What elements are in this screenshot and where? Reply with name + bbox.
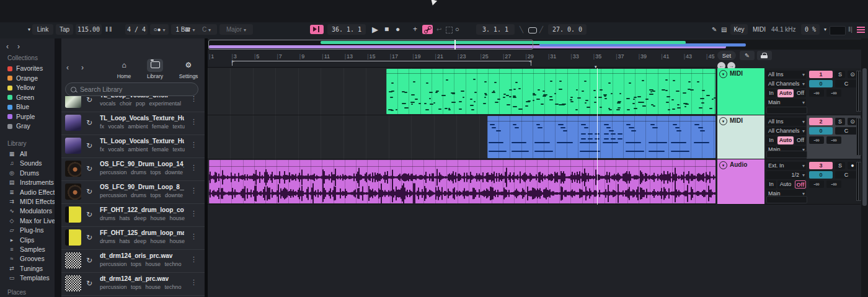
draw-mode-icon[interactable]: ✎ bbox=[712, 24, 717, 35]
loop-start-field[interactable]: 3. 1. 1 bbox=[476, 24, 515, 35]
library-item-plug-ins[interactable]: ▱Plug-Ins bbox=[7, 226, 44, 235]
record-button[interactable]: ● bbox=[396, 24, 400, 35]
monitor-auto-button[interactable]: Auto bbox=[777, 180, 794, 188]
loop-length-field[interactable]: 27. 0. 0 bbox=[548, 24, 587, 35]
output-menu[interactable]: Main▾ bbox=[766, 99, 806, 107]
monitor-off-button[interactable]: Off bbox=[795, 89, 806, 97]
file-row[interactable]: ↻dt_drm124_ari_prc.wavpercussion tops ho… bbox=[61, 272, 205, 296]
key-map-toggle[interactable]: Key bbox=[730, 24, 748, 35]
library-item-sounds[interactable]: ♫Sounds bbox=[7, 159, 42, 168]
tab-home[interactable]: ⌂Home bbox=[108, 59, 140, 79]
loop-toggle-icon[interactable] bbox=[528, 27, 537, 33]
overview-view-box[interactable] bbox=[208, 40, 533, 50]
input-type-menu[interactable]: All Ins▾ bbox=[766, 71, 806, 79]
loop-preview-icon[interactable]: ↻ bbox=[86, 279, 92, 288]
meter-right-value[interactable]: -∞ bbox=[826, 136, 841, 144]
meter-left-value[interactable]: -∞ bbox=[809, 180, 824, 188]
browser-back-icon[interactable]: ‹ bbox=[66, 63, 69, 72]
library-item-instruments[interactable]: ▤Instruments bbox=[7, 178, 54, 187]
monitor-off-button[interactable]: Off bbox=[795, 136, 806, 144]
file-more-icon[interactable]: ⋮ bbox=[190, 96, 197, 103]
track-header-3[interactable]: ▾AudioExt. In▾1/2▾InAutoOffMain▾3S●0C-∞-… bbox=[717, 159, 861, 205]
track-name-block[interactable]: ▾Audio bbox=[717, 159, 764, 204]
track-activator[interactable]: 3 bbox=[809, 162, 833, 169]
file-more-icon[interactable]: ⋮ bbox=[190, 255, 197, 264]
logo-caret-icon[interactable]: ▾ bbox=[28, 24, 30, 35]
follow-button[interactable] bbox=[310, 25, 324, 34]
track-name-field[interactable] bbox=[766, 107, 807, 114]
file-row[interactable]: ↻FF_OHT_125_drum_loop_manley_drums hats … bbox=[61, 226, 205, 250]
collection-item-gray[interactable]: Gray bbox=[7, 122, 30, 131]
file-row[interactable]: ↻TL_Loop_Vocals_Texture_Hummifx vocals a… bbox=[61, 112, 205, 135]
monitor-off-button[interactable]: Off bbox=[795, 180, 806, 188]
solo-button[interactable]: S bbox=[835, 118, 845, 125]
monitor-auto-button[interactable]: Auto bbox=[777, 89, 794, 97]
selection-box-icon[interactable] bbox=[446, 27, 453, 33]
capture-midi-icon[interactable]: ↩ bbox=[436, 24, 441, 35]
collection-item-favorites[interactable]: Favorites bbox=[7, 64, 43, 73]
midi-indicator[interactable]: MIDI bbox=[753, 24, 766, 35]
pencil-button[interactable]: ✎ bbox=[740, 51, 755, 60]
tab-settings[interactable]: ⚙Settings bbox=[173, 59, 204, 79]
loop-end-marker-icon[interactable]: ◃ bbox=[529, 59, 531, 64]
monitor-in-button[interactable]: In bbox=[766, 89, 776, 97]
volume-field[interactable]: 0 bbox=[809, 171, 833, 179]
nudge-metronome-icons[interactable]: ‖‖ bbox=[105, 24, 113, 35]
time-signature-field[interactable]: 4 / 4 bbox=[125, 24, 148, 35]
track-name-block[interactable]: ▾MIDI bbox=[717, 68, 764, 115]
track-name-block[interactable]: ▾MIDI bbox=[717, 115, 764, 159]
history-forward-icon[interactable]: › bbox=[17, 42, 20, 51]
audio-clip-magenta[interactable] bbox=[209, 160, 715, 203]
library-item-templates[interactable]: ▭Templates bbox=[7, 273, 50, 283]
loop-preview-icon[interactable]: ↻ bbox=[86, 210, 92, 219]
collection-item-yellow[interactable]: Yellow bbox=[7, 83, 35, 92]
cpu-caret-icon[interactable]: ▾ bbox=[824, 24, 826, 35]
library-item-samples[interactable]: ≡Samples bbox=[7, 245, 45, 254]
volume-field[interactable]: 0 bbox=[809, 127, 833, 135]
file-row[interactable]: ↻TL_Loop_Vocals_Texture_Hummifx vocals a… bbox=[61, 135, 205, 158]
library-item-tunings[interactable]: ⇄Tunings bbox=[7, 264, 43, 273]
search-input[interactable]: Search Library bbox=[65, 82, 198, 96]
play-button[interactable]: ▶ bbox=[372, 24, 378, 35]
loop-preview-icon[interactable]: ↻ bbox=[86, 96, 92, 104]
input-type-menu[interactable]: All Ins▾ bbox=[766, 118, 806, 126]
file-more-icon[interactable]: ⋮ bbox=[190, 233, 197, 241]
library-item-midi-effects[interactable]: ⇉MIDI Effects bbox=[7, 197, 55, 206]
collection-item-green[interactable]: Green bbox=[7, 93, 34, 102]
file-row[interactable]: ↻dt_drm124_oris_prc.wavpercussion tops h… bbox=[61, 249, 205, 273]
link-toggle[interactable]: Link bbox=[32, 24, 53, 35]
track-lane-1[interactable] bbox=[208, 68, 716, 115]
browser-scroll-gutter[interactable] bbox=[55, 38, 61, 297]
track-name-field[interactable] bbox=[766, 196, 807, 203]
midi-clip-blue[interactable] bbox=[487, 116, 715, 158]
file-row[interactable]: ↻TL_Loop_Vocals_Choirvocals choir pop ex… bbox=[61, 96, 205, 112]
library-item-grooves[interactable]: ≈Grooves bbox=[7, 254, 45, 264]
scale-icon[interactable]: ▤ bbox=[185, 24, 190, 35]
meter-right-value[interactable]: -∞ bbox=[826, 180, 841, 188]
monitor-auto-button[interactable]: Auto bbox=[777, 136, 794, 144]
pan-field[interactable]: C bbox=[835, 171, 857, 179]
unfold-track-icon[interactable]: ▾ bbox=[719, 161, 727, 169]
lock-button[interactable] bbox=[757, 51, 772, 60]
tab-library[interactable]: Library bbox=[140, 59, 170, 79]
history-back-icon[interactable]: ‹ bbox=[6, 42, 9, 51]
collection-item-blue[interactable]: Blue bbox=[7, 102, 29, 112]
unfold-track-icon[interactable]: ▾ bbox=[719, 117, 727, 125]
pan-field[interactable]: C bbox=[835, 80, 857, 87]
monitor-in-button[interactable]: In bbox=[766, 136, 776, 144]
solo-button[interactable]: S bbox=[835, 71, 845, 78]
input-type-menu[interactable]: Ext. In▾ bbox=[766, 162, 806, 170]
meter-left-value[interactable]: -∞ bbox=[809, 89, 824, 97]
collection-item-orange[interactable]: Orange bbox=[7, 74, 38, 83]
stop-button[interactable]: ■ bbox=[384, 24, 389, 35]
track-activator[interactable]: 2 bbox=[809, 118, 833, 125]
unfold-track-icon[interactable]: ▾ bbox=[719, 70, 727, 78]
loop-start-marker-icon[interactable]: ▹ bbox=[232, 59, 234, 64]
file-row[interactable]: ↻OS_LFC_90_Drum_Loop_14__Percpercussion … bbox=[61, 157, 205, 181]
input-channel-menu[interactable]: All Channels▾ bbox=[766, 127, 806, 135]
file-row[interactable]: ↻FF_OHT_122_drum_loop_colliseddrums hats… bbox=[61, 203, 205, 227]
library-item-modulators[interactable]: ∿Modulators bbox=[7, 206, 52, 216]
library-item-audio-effects[interactable]: ≣Audio Effects bbox=[7, 188, 58, 197]
arrangement-position-field[interactable]: 36. 1. 1 bbox=[327, 24, 366, 35]
file-more-icon[interactable]: ⋮ bbox=[190, 118, 197, 126]
